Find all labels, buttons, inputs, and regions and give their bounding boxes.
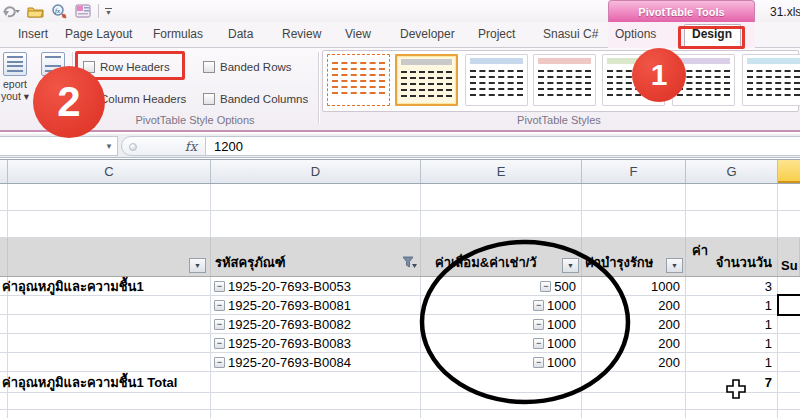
value-cell: 3 [765,279,772,294]
collapse-button[interactable]: − [533,357,544,368]
pivot-data-row: − 1925-20-7693-B0084 − 1000 200 1 [0,353,800,372]
asset-code: 1925-20-7693-B0083 [228,336,351,351]
collapse-button[interactable]: − [214,357,225,368]
quick-access-toolbar: fx ▼ [2,2,112,20]
active-cell-border[interactable] [777,294,800,316]
collapse-button[interactable]: − [533,300,544,311]
style-thumbnail-orange[interactable] [327,54,390,106]
collapse-dot-icon[interactable] [129,143,137,151]
asset-code: 1925-20-7693-B0082 [228,317,351,332]
pivot-header-g[interactable]: ค่า จำนวนวัน [686,238,778,276]
redo-icon[interactable] [2,3,20,19]
column-header-f[interactable]: F [582,160,686,183]
filter-dropdown-icon[interactable]: ▼ [562,258,579,273]
value-cell: 200 [658,355,680,370]
pivot-header-c[interactable]: ▼ [8,238,211,276]
tab-developer[interactable]: Developer [400,27,455,41]
function-search-icon[interactable]: fx [50,3,68,19]
tab-snasui[interactable]: Snasui C# [543,27,598,41]
value-cell: 1 [765,317,772,332]
tab-page-layout[interactable]: Page Layout [65,27,132,41]
pivot-header-e[interactable]: ค่าเสื่อม&ค่าเช่า/วั ▼ [421,238,582,276]
annotation-step-2: 2 [33,66,105,138]
pivot-data-row: − 1925-20-7693-B0083 − 1000 200 1 [0,334,800,353]
filter-funnel-icon[interactable] [402,255,417,273]
styles-group-label: PivotTable Styles [318,114,800,126]
asset-code: 1925-20-7693-B0053 [228,279,351,294]
tab-data[interactable]: Data [228,27,253,41]
column-header-d[interactable]: D [211,160,421,183]
toolbar-separator [98,4,99,18]
filter-dropdown-icon[interactable]: ▼ [666,258,683,273]
pivot-data-row: − 1925-20-7693-B0081 − 1000 200 1 [0,296,800,315]
collapse-button[interactable]: − [533,319,544,330]
checkbox-box[interactable] [203,93,215,105]
filter-dropdown-icon[interactable]: ▼ [189,258,206,273]
value-cell: 1000 [547,317,576,332]
empty-row [0,393,800,410]
formula-input[interactable]: 1200 [206,136,800,156]
style-thumbnail-selected[interactable] [395,54,458,106]
open-folder-icon[interactable] [26,3,44,19]
column-header-b-sliver[interactable] [0,160,8,183]
formula-bar-handle: fx [121,136,206,156]
collapse-button[interactable]: − [214,300,225,311]
tab-review[interactable]: Review [282,27,321,41]
style-thumbnail-blue[interactable] [465,54,528,106]
value-cell: 1 [765,298,772,313]
name-box-arrow-icon[interactable]: ▼ [105,142,113,151]
tab-formulas[interactable]: Formulas [153,27,203,41]
style-thumbnail-pink[interactable] [533,54,596,106]
column-header-h-selected[interactable] [778,160,800,183]
value-cell: 1 [765,336,772,351]
column-header-c[interactable]: C [8,160,211,183]
title-bar: fx ▼ PivotTable Tools 31.xls [0,0,800,22]
pivot-header-row: ▼ รหัสครุภัณฑ์ ค่าเสื่อม&ค่าเช่า/วั ▼ ค่… [0,238,800,277]
style-options-group-label: PivotTable Style Options [72,114,318,126]
workbook-filename: 31.xls [770,5,800,19]
value-cell: 500 [554,279,576,294]
formula-bar: ▼ fx 1200 [0,134,800,158]
value-cell: 1000 [547,336,576,351]
column-header-g[interactable]: G [686,160,778,183]
value-cell: 1000 [547,298,576,313]
cell-cursor [726,379,746,399]
report-layout-icon [3,52,27,76]
insert-function-icon[interactable]: fx [185,139,197,154]
feedback-icon[interactable] [74,3,92,19]
collapse-button[interactable]: − [214,281,225,292]
value-cell: 200 [658,336,680,351]
asset-code: 1925-20-7693-B0084 [228,355,351,370]
collapse-button[interactable]: − [214,319,225,330]
value-cell: 1000 [547,355,576,370]
pivot-data-row: − 1925-20-7693-B0082 − 1000 200 1 [0,315,800,334]
value-cell: 200 [658,298,680,313]
collapse-button[interactable]: − [533,338,544,349]
asset-code: 1925-20-7693-B0081 [228,298,351,313]
style-thumbnail-cyan[interactable] [742,54,800,106]
row-group-label: ค่าอุณหภูมิและความชื้น1 [2,279,144,294]
collapse-button[interactable]: − [540,281,551,292]
tab-project[interactable]: Project [478,27,515,41]
empty-row [0,184,800,211]
report-layout-button[interactable]: eport yout ▾ [0,52,36,102]
toolbar-options-icon[interactable]: ▼ [105,8,112,15]
tab-view[interactable]: View [345,27,371,41]
name-box[interactable]: ▼ [0,136,118,156]
pivot-header-f[interactable]: ค่าบำรุงรักษ ▼ [582,238,686,276]
chevron-down-icon: ▾ [24,90,29,102]
pivot-header-d[interactable]: รหัสครุภัณฑ์ [211,238,421,276]
total-label: ค่าอุณหภูมิและความชื้น1 Total [2,375,177,390]
column-header-e[interactable]: E [421,160,582,183]
value-cell: 200 [658,317,680,332]
banded-columns-checkbox[interactable]: Banded Columns [203,93,308,105]
collapse-button[interactable]: − [214,338,225,349]
column-header-row: C D E F G [0,159,800,184]
annotation-box-design-tab [678,26,745,49]
checkbox-box[interactable] [203,61,215,73]
tab-options[interactable]: Options [615,27,656,41]
pivot-header-h[interactable]: Su [778,238,800,276]
excel-window: fx ▼ PivotTable Tools 31.xls Insert Page… [0,0,800,418]
banded-rows-checkbox[interactable]: Banded Rows [203,61,292,73]
tab-insert[interactable]: Insert [18,27,48,41]
